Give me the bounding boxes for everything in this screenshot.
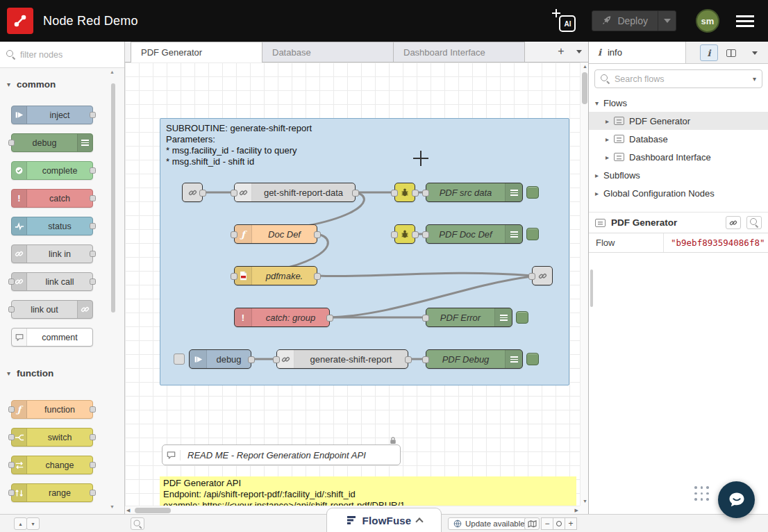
bug-node[interactable] <box>394 224 415 244</box>
scroll-down-icon[interactable]: ▼ <box>583 499 587 504</box>
tree-item-database[interactable]: ▸ Database <box>589 130 768 148</box>
expand-categories-button[interactable]: ▾ <box>26 517 40 530</box>
zoom-reset-button[interactable] <box>553 517 565 530</box>
link-call-node-get-shift-report-data[interactable]: get-shift-report-data <box>234 183 356 202</box>
palette-node-complete[interactable]: complete <box>11 161 93 180</box>
scrollbar-thumb[interactable] <box>135 508 171 513</box>
ai-assistant-button[interactable]: AI <box>551 8 576 33</box>
flowfuse-button[interactable]: FlowFuse <box>326 508 442 532</box>
copy-link-button[interactable] <box>726 216 741 229</box>
comment-node-readme[interactable]: READ ME - Report Generation Endpoint API <box>162 444 401 465</box>
palette-scroll-up-icon[interactable]: ▲ <box>110 69 115 74</box>
widget-drag-handle[interactable] <box>694 486 710 501</box>
flow-canvas[interactable]: SUBROUTINE: generate-shift-report Parame… <box>125 63 588 514</box>
palette-filter[interactable] <box>0 42 124 68</box>
debug-node-pdf-debug[interactable]: PDF Debug <box>426 349 523 369</box>
deploy-options-button[interactable] <box>658 11 676 31</box>
canvas-vertical-scrollbar[interactable]: ▲ ▼ <box>580 63 588 506</box>
palette-node-function[interactable]: ƒ function <box>11 400 93 419</box>
palette-scroll-down-icon[interactable]: ▼ <box>110 504 115 509</box>
tab-pdf-generator[interactable]: PDF Generator <box>131 42 262 63</box>
bug-node[interactable] <box>394 183 415 202</box>
inject-trigger-button[interactable] <box>174 354 185 365</box>
input-port[interactable] <box>391 190 398 197</box>
input-port[interactable] <box>273 356 280 363</box>
tab-dashboard-interface[interactable]: Dashboard Interface <box>393 42 525 62</box>
add-flow-button[interactable]: + <box>552 43 570 60</box>
palette-node-inject[interactable]: inject <box>11 106 93 124</box>
tree-item-subflows[interactable]: ▸ Subflows <box>589 166 768 184</box>
palette-node-debug[interactable]: debug <box>11 133 93 152</box>
palette-category-common[interactable]: ▾ common <box>0 74 111 94</box>
palette-node-link-in[interactable]: link in <box>11 244 93 263</box>
pdfmake-node[interactable]: pdfmake. <box>234 266 317 285</box>
input-port[interactable] <box>528 273 535 280</box>
zoom-in-button[interactable]: + <box>565 517 577 530</box>
debug-node-pdf-src-data[interactable]: PDF src data <box>426 183 523 202</box>
output-port[interactable] <box>248 356 255 363</box>
main-menu-icon[interactable] <box>736 15 754 27</box>
chat-widget-button[interactable] <box>718 481 755 518</box>
palette-node-comment[interactable]: comment <box>11 328 93 347</box>
deploy-button[interactable]: Deploy <box>592 10 676 31</box>
input-port[interactable] <box>231 190 237 197</box>
debug-node-pdf-error[interactable]: PDF Error <box>426 308 512 327</box>
output-port[interactable] <box>326 315 333 322</box>
input-port[interactable] <box>231 273 237 280</box>
input-port[interactable] <box>391 231 398 238</box>
input-port[interactable] <box>422 315 429 322</box>
output-port[interactable] <box>314 231 321 238</box>
palette-node-status[interactable]: status <box>11 217 93 235</box>
output-port[interactable] <box>199 190 206 197</box>
palette-filter-input[interactable] <box>20 50 118 60</box>
link-out-node[interactable] <box>532 266 553 285</box>
search-flow-button[interactable] <box>746 216 762 229</box>
tree-item-flows[interactable]: ▾ Flows <box>589 94 768 112</box>
output-port[interactable] <box>412 231 419 238</box>
tab-database[interactable]: Database <box>262 42 394 62</box>
sidebar-search-input[interactable] <box>615 74 748 84</box>
link-in-node[interactable] <box>182 183 203 202</box>
input-port[interactable] <box>231 231 237 238</box>
help-tab-button[interactable] <box>722 44 740 61</box>
debug-node-pdf-doc-def[interactable]: PDF Doc Def <box>426 224 523 244</box>
sidebar-options-button[interactable] <box>746 44 764 61</box>
tree-item-dashboard-interface[interactable]: ▸ Dashboard Interface <box>589 148 768 166</box>
scrollbar-thumb[interactable] <box>582 72 587 104</box>
user-avatar[interactable]: sm <box>696 9 719 33</box>
catch-node-catch-group[interactable]: ! catch: group <box>234 308 330 327</box>
palette-category-function[interactable]: ▾ function <box>0 363 111 383</box>
tree-item-pdf-generator[interactable]: ▸ PDF Generator <box>589 112 768 130</box>
palette-node-change[interactable]: change <box>11 456 93 474</box>
tree-item-global-config[interactable]: ▸ Global Configuration Nodes <box>589 184 768 202</box>
navigator-toggle-button[interactable] <box>524 517 540 530</box>
input-port[interactable] <box>422 231 429 238</box>
update-available-badge[interactable]: Update available <box>448 517 531 530</box>
palette-node-link-call[interactable]: link call <box>11 272 93 291</box>
output-port[interactable] <box>405 356 412 363</box>
debug-toggle-button[interactable] <box>526 186 539 199</box>
collapse-categories-button[interactable]: ▴ <box>14 517 27 530</box>
input-port[interactable] <box>422 356 429 363</box>
function-node-doc-def[interactable]: ƒ Doc Def <box>234 224 317 244</box>
flow-list-dropdown-button[interactable] <box>570 43 588 60</box>
output-port[interactable] <box>412 190 419 197</box>
inject-node-debug[interactable]: debug <box>189 349 251 369</box>
output-port[interactable] <box>352 190 359 197</box>
palette-scrollbar-thumb[interactable] <box>111 83 115 313</box>
wire[interactable] <box>317 273 532 276</box>
canvas-search-button[interactable] <box>131 517 144 530</box>
sidebar-scrollbar-thumb[interactable] <box>590 269 593 307</box>
scroll-up-icon[interactable]: ▲ <box>583 64 587 69</box>
zoom-out-button[interactable]: − <box>541 517 553 530</box>
debug-toggle-button[interactable] <box>516 311 528 324</box>
tab-info[interactable]: i info <box>589 42 686 63</box>
input-port[interactable] <box>422 190 429 197</box>
palette-node-switch[interactable]: switch <box>11 428 93 447</box>
palette-node-catch[interactable]: ! catch <box>11 189 93 208</box>
output-port[interactable] <box>314 273 321 280</box>
debug-toggle-button[interactable] <box>526 228 539 240</box>
debug-toggle-button[interactable] <box>526 353 539 365</box>
scroll-right-icon[interactable]: ▶ <box>575 508 578 513</box>
info-tab-button[interactable]: i <box>700 44 718 61</box>
